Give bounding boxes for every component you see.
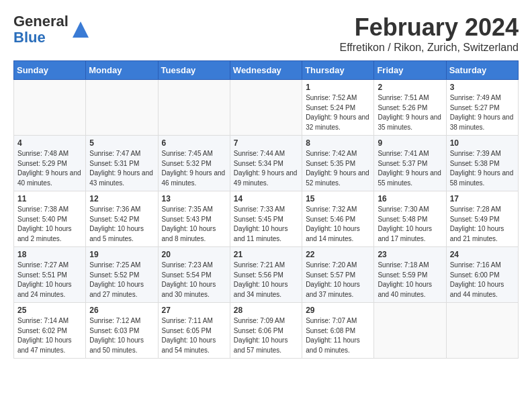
calendar-header-row: SundayMondayTuesdayWednesdayThursdayFrid… <box>14 61 519 80</box>
logo: General Blue <box>13 13 90 46</box>
day-info: Sunrise: 7:41 AMSunset: 5:37 PMDaylight:… <box>378 149 442 188</box>
day-info: Sunrise: 7:49 AMSunset: 5:27 PMDaylight:… <box>450 93 515 132</box>
day-info: Sunrise: 7:20 AMSunset: 5:57 PMDaylight:… <box>306 261 370 300</box>
day-number: 9 <box>378 138 442 148</box>
day-number: 5 <box>89 138 154 148</box>
day-info: Sunrise: 7:28 AMSunset: 5:49 PMDaylight:… <box>450 205 515 244</box>
calendar-cell: 21Sunrise: 7:21 AMSunset: 5:56 PMDayligh… <box>230 247 302 303</box>
day-number: 24 <box>450 250 515 259</box>
day-number: 19 <box>89 250 154 259</box>
calendar-cell: 11Sunrise: 7:38 AMSunset: 5:40 PMDayligh… <box>14 191 86 247</box>
calendar-week-row: 25Sunrise: 7:14 AMSunset: 6:02 PMDayligh… <box>14 303 519 359</box>
calendar-week-row: 18Sunrise: 7:27 AMSunset: 5:51 PMDayligh… <box>14 247 519 303</box>
day-info: Sunrise: 7:38 AMSunset: 5:40 PMDaylight:… <box>17 205 82 244</box>
day-info: Sunrise: 7:09 AMSunset: 6:06 PMDaylight:… <box>234 316 298 355</box>
day-info: Sunrise: 7:32 AMSunset: 5:46 PMDaylight:… <box>306 205 370 244</box>
weekday-header: Monday <box>86 61 158 80</box>
day-info: Sunrise: 7:44 AMSunset: 5:34 PMDaylight:… <box>234 149 298 188</box>
day-info: Sunrise: 7:45 AMSunset: 5:32 PMDaylight:… <box>162 149 226 188</box>
calendar-cell: 23Sunrise: 7:18 AMSunset: 5:59 PMDayligh… <box>374 247 446 303</box>
calendar-week-row: 1Sunrise: 7:52 AMSunset: 5:24 PMDaylight… <box>14 80 519 136</box>
calendar-cell: 18Sunrise: 7:27 AMSunset: 5:51 PMDayligh… <box>14 247 86 303</box>
calendar-week-row: 4Sunrise: 7:48 AMSunset: 5:29 PMDaylight… <box>14 136 519 191</box>
day-info: Sunrise: 7:21 AMSunset: 5:56 PMDaylight:… <box>234 261 298 300</box>
day-info: Sunrise: 7:07 AMSunset: 6:08 PMDaylight:… <box>306 316 370 355</box>
day-number: 12 <box>89 194 154 203</box>
day-number: 10 <box>450 138 515 148</box>
calendar-cell: 25Sunrise: 7:14 AMSunset: 6:02 PMDayligh… <box>14 303 86 359</box>
calendar-week-row: 11Sunrise: 7:38 AMSunset: 5:40 PMDayligh… <box>14 191 519 247</box>
day-info: Sunrise: 7:52 AMSunset: 5:24 PMDaylight:… <box>306 93 370 132</box>
month-title: February 2024 <box>340 13 519 42</box>
calendar-cell <box>158 80 230 136</box>
calendar-cell: 14Sunrise: 7:33 AMSunset: 5:45 PMDayligh… <box>230 191 302 247</box>
day-number: 15 <box>306 194 370 203</box>
weekday-header: Friday <box>374 61 446 80</box>
calendar-cell: 6Sunrise: 7:45 AMSunset: 5:32 PMDaylight… <box>158 136 230 191</box>
day-number: 3 <box>450 83 515 92</box>
day-info: Sunrise: 7:25 AMSunset: 5:52 PMDaylight:… <box>89 261 154 300</box>
day-number: 2 <box>378 83 442 92</box>
calendar-cell: 12Sunrise: 7:36 AMSunset: 5:42 PMDayligh… <box>86 191 158 247</box>
day-info: Sunrise: 7:42 AMSunset: 5:35 PMDaylight:… <box>306 149 370 188</box>
day-number: 23 <box>378 250 442 259</box>
weekday-header: Sunday <box>14 61 86 80</box>
calendar-cell: 22Sunrise: 7:20 AMSunset: 5:57 PMDayligh… <box>302 247 374 303</box>
location-subtitle: Effretikon / Rikon, Zurich, Switzerland <box>340 42 519 54</box>
day-number: 27 <box>162 306 226 315</box>
calendar-cell: 9Sunrise: 7:41 AMSunset: 5:37 PMDaylight… <box>374 136 446 191</box>
day-number: 7 <box>234 138 298 148</box>
day-number: 20 <box>162 250 226 259</box>
calendar-cell <box>446 303 518 359</box>
calendar-cell: 3Sunrise: 7:49 AMSunset: 5:27 PMDaylight… <box>446 80 518 136</box>
day-info: Sunrise: 7:14 AMSunset: 6:02 PMDaylight:… <box>17 316 82 355</box>
day-info: Sunrise: 7:30 AMSunset: 5:48 PMDaylight:… <box>378 205 442 244</box>
day-info: Sunrise: 7:35 AMSunset: 5:43 PMDaylight:… <box>162 205 226 244</box>
day-info: Sunrise: 7:48 AMSunset: 5:29 PMDaylight:… <box>17 149 82 188</box>
calendar-cell <box>374 303 446 359</box>
day-info: Sunrise: 7:36 AMSunset: 5:42 PMDaylight:… <box>89 205 154 244</box>
day-info: Sunrise: 7:51 AMSunset: 5:26 PMDaylight:… <box>378 93 442 132</box>
day-number: 25 <box>17 306 82 315</box>
calendar-cell <box>230 80 302 136</box>
calendar-cell: 26Sunrise: 7:12 AMSunset: 6:03 PMDayligh… <box>86 303 158 359</box>
calendar-cell <box>14 80 86 136</box>
calendar-cell: 16Sunrise: 7:30 AMSunset: 5:48 PMDayligh… <box>374 191 446 247</box>
calendar-cell: 2Sunrise: 7:51 AMSunset: 5:26 PMDaylight… <box>374 80 446 136</box>
page: General Blue February 2024 Effretikon / … <box>0 0 532 365</box>
calendar-cell: 20Sunrise: 7:23 AMSunset: 5:54 PMDayligh… <box>158 247 230 303</box>
weekday-header: Tuesday <box>158 61 230 80</box>
day-number: 6 <box>162 138 226 148</box>
day-number: 4 <box>17 138 82 148</box>
day-number: 22 <box>306 250 370 259</box>
day-info: Sunrise: 7:47 AMSunset: 5:31 PMDaylight:… <box>89 149 154 188</box>
calendar-cell: 17Sunrise: 7:28 AMSunset: 5:49 PMDayligh… <box>446 191 518 247</box>
weekday-header: Wednesday <box>230 61 302 80</box>
day-number: 17 <box>450 194 515 203</box>
svg-marker-0 <box>73 21 89 38</box>
weekday-header: Thursday <box>302 61 374 80</box>
calendar-cell: 1Sunrise: 7:52 AMSunset: 5:24 PMDaylight… <box>302 80 374 136</box>
calendar-cell: 28Sunrise: 7:09 AMSunset: 6:06 PMDayligh… <box>230 303 302 359</box>
day-info: Sunrise: 7:33 AMSunset: 5:45 PMDaylight:… <box>234 205 298 244</box>
calendar-cell: 5Sunrise: 7:47 AMSunset: 5:31 PMDaylight… <box>86 136 158 191</box>
calendar-cell: 7Sunrise: 7:44 AMSunset: 5:34 PMDaylight… <box>230 136 302 191</box>
calendar-cell: 13Sunrise: 7:35 AMSunset: 5:43 PMDayligh… <box>158 191 230 247</box>
calendar-cell: 8Sunrise: 7:42 AMSunset: 5:35 PMDaylight… <box>302 136 374 191</box>
day-number: 18 <box>17 250 82 259</box>
day-info: Sunrise: 7:11 AMSunset: 6:05 PMDaylight:… <box>162 316 226 355</box>
day-number: 21 <box>234 250 298 259</box>
day-info: Sunrise: 7:16 AMSunset: 6:00 PMDaylight:… <box>450 261 515 300</box>
calendar-table: SundayMondayTuesdayWednesdayThursdayFrid… <box>13 60 519 359</box>
day-number: 8 <box>306 138 370 148</box>
calendar-cell: 19Sunrise: 7:25 AMSunset: 5:52 PMDayligh… <box>86 247 158 303</box>
day-number: 26 <box>89 306 154 315</box>
day-info: Sunrise: 7:18 AMSunset: 5:59 PMDaylight:… <box>378 261 442 300</box>
header: General Blue February 2024 Effretikon / … <box>13 13 519 54</box>
day-info: Sunrise: 7:23 AMSunset: 5:54 PMDaylight:… <box>162 261 226 300</box>
day-number: 16 <box>378 194 442 203</box>
calendar-cell: 27Sunrise: 7:11 AMSunset: 6:05 PMDayligh… <box>158 303 230 359</box>
day-number: 14 <box>234 194 298 203</box>
calendar-cell: 29Sunrise: 7:07 AMSunset: 6:08 PMDayligh… <box>302 303 374 359</box>
logo-blue: Blue <box>13 30 69 46</box>
